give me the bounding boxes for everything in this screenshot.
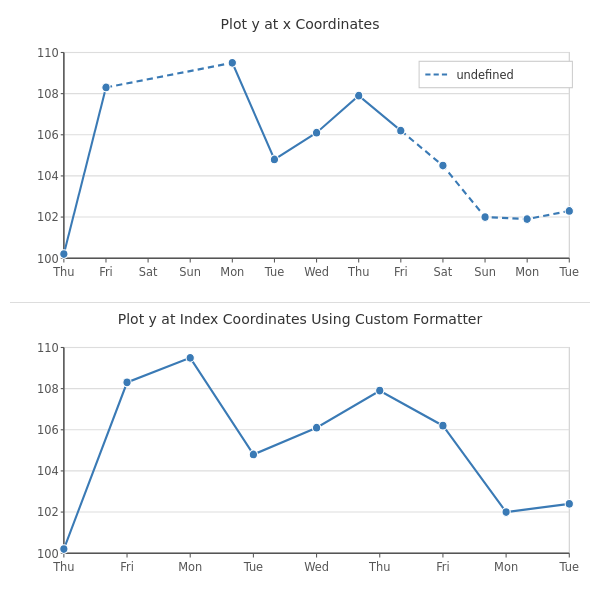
svg-text:undefined: undefined — [456, 68, 513, 82]
svg-text:Tue: Tue — [559, 264, 579, 278]
svg-point-106 — [439, 421, 447, 430]
svg-text:106: 106 — [37, 423, 59, 437]
svg-point-100 — [60, 545, 68, 554]
svg-text:102: 102 — [37, 505, 59, 519]
svg-text:Fri: Fri — [436, 559, 450, 573]
svg-point-56 — [523, 215, 531, 224]
svg-point-49 — [228, 58, 236, 67]
svg-text:Mon: Mon — [178, 559, 202, 573]
svg-text:102: 102 — [37, 210, 59, 224]
svg-point-51 — [312, 128, 320, 137]
svg-text:104: 104 — [37, 169, 59, 183]
chart1-section: Plot y at x Coordinates 1001021041061081… — [10, 10, 590, 300]
svg-point-103 — [249, 450, 257, 459]
chart2-area: 100102104106108110ThuFriMonTueWedThuFriM… — [10, 331, 590, 595]
chart1-svg: 100102104106108110ThuFriSatSunMonTueWedT… — [10, 36, 590, 300]
chart1-area: 100102104106108110ThuFriSatSunMonTueWedT… — [10, 36, 590, 300]
svg-text:110: 110 — [37, 341, 59, 355]
svg-point-104 — [312, 423, 320, 432]
svg-text:108: 108 — [37, 382, 59, 396]
svg-point-54 — [439, 161, 447, 170]
svg-text:Tue: Tue — [243, 559, 263, 573]
svg-text:Mon: Mon — [220, 264, 244, 278]
svg-text:Wed: Wed — [304, 264, 329, 278]
svg-text:Wed: Wed — [304, 559, 329, 573]
svg-point-107 — [502, 508, 510, 517]
svg-text:Sun: Sun — [179, 264, 201, 278]
svg-text:Thu: Thu — [368, 559, 390, 573]
chart-divider — [10, 302, 590, 303]
svg-point-52 — [355, 91, 363, 100]
chart2-title: Plot y at Index Coordinates Using Custom… — [118, 311, 483, 327]
chart2-svg: 100102104106108110ThuFriMonTueWedThuFriM… — [10, 331, 590, 595]
svg-text:110: 110 — [37, 46, 59, 60]
svg-text:Mon: Mon — [515, 264, 539, 278]
svg-text:106: 106 — [37, 128, 59, 142]
svg-text:108: 108 — [37, 87, 59, 101]
main-container: Plot y at x Coordinates 1001021041061081… — [0, 0, 600, 600]
svg-text:Thu: Thu — [52, 559, 74, 573]
svg-point-101 — [123, 378, 131, 387]
svg-point-55 — [481, 213, 489, 222]
svg-text:Sat: Sat — [139, 264, 158, 278]
svg-text:Thu: Thu — [347, 264, 369, 278]
svg-text:Fri: Fri — [394, 264, 408, 278]
svg-point-47 — [60, 250, 68, 259]
svg-point-50 — [270, 155, 278, 164]
svg-point-108 — [565, 499, 573, 508]
svg-point-53 — [397, 126, 405, 135]
svg-text:104: 104 — [37, 464, 59, 478]
svg-text:Sat: Sat — [434, 264, 453, 278]
svg-point-57 — [565, 206, 573, 215]
svg-text:Sun: Sun — [474, 264, 496, 278]
svg-point-48 — [102, 83, 110, 92]
svg-text:Tue: Tue — [559, 559, 579, 573]
svg-text:Thu: Thu — [52, 264, 74, 278]
svg-point-102 — [186, 353, 194, 362]
svg-point-105 — [376, 386, 384, 395]
chart1-title: Plot y at x Coordinates — [221, 16, 380, 32]
svg-text:Tue: Tue — [264, 264, 284, 278]
svg-text:Fri: Fri — [99, 264, 113, 278]
svg-text:Fri: Fri — [120, 559, 134, 573]
chart2-section: Plot y at Index Coordinates Using Custom… — [10, 305, 590, 595]
svg-text:Mon: Mon — [494, 559, 518, 573]
